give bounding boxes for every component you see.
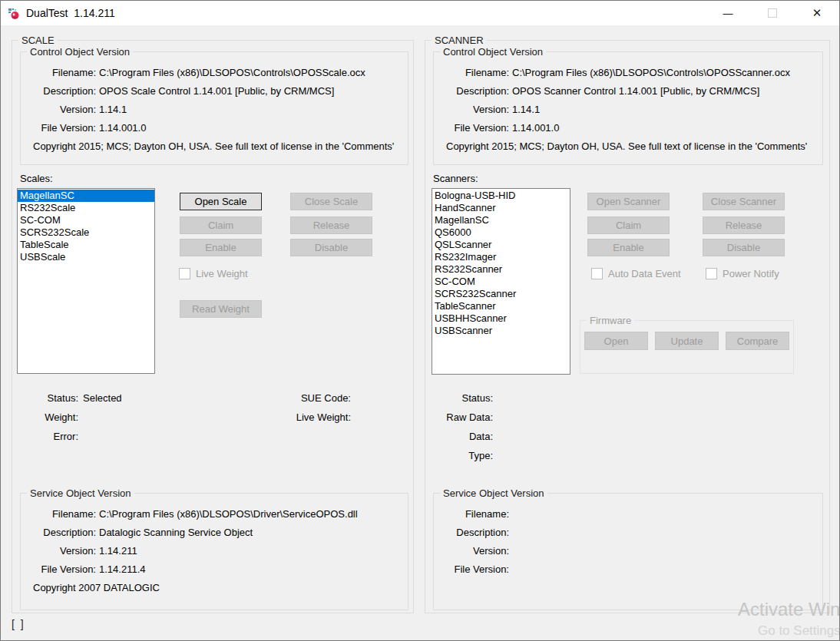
dualtest-window: DualTest 1.14.211 — ✕ SCALE Control Obje… [0, 0, 840, 641]
maximize-icon [768, 8, 777, 18]
close-scale-button[interactable]: Close Scale [290, 193, 372, 210]
read-weight-button[interactable]: Read Weight [180, 300, 262, 318]
disable-scanner-button[interactable]: Disable [703, 239, 785, 256]
scale-status-label: Status: [12, 392, 78, 404]
activate-windows-watermark-line1: Activate Win [738, 599, 840, 620]
description-label: Description: [434, 85, 509, 97]
scanner-cov-version-row: Version: 1.14.1 [434, 100, 822, 118]
scanner-cov-filename-row: Filename: C:\Program Files (x86)\DLSOPOS… [434, 63, 822, 81]
list-item[interactable]: QSLScanner [432, 239, 570, 251]
scale-cov-version-row: Version: 1.14.1 [21, 100, 408, 118]
minimize-icon: — [723, 8, 733, 19]
scale-cov-description-row: Description: OPOS Scale Control 1.14.001… [21, 81, 408, 100]
scanner-group: SCANNER Control Object Version Filename:… [425, 40, 830, 613]
scale-sov-file-version-row: File Version: 1.14.211.4 [21, 560, 408, 578]
scanner-cov-description-row: Description: OPOS Scanner Control 1.14.0… [434, 81, 822, 100]
filename-label: Filename: [434, 67, 509, 78]
list-item[interactable]: SC-COM [432, 276, 570, 288]
open-scale-button[interactable]: Open Scale [180, 193, 262, 210]
scale-cov-copyright: Copyright 2015; MCS; Dayton OH, USA. See… [21, 137, 408, 155]
checkbox-icon [706, 268, 717, 279]
auto-data-event-checkbox[interactable]: Auto Data Event [591, 268, 681, 279]
description-label: Description: [21, 85, 96, 97]
list-item[interactable]: SCRS232Scale [18, 226, 154, 239]
list-item[interactable]: MagellanSC [18, 190, 154, 202]
scanners-listbox[interactable]: Bologna-USB-HIDHandScannerMagellanSCQS60… [432, 188, 570, 375]
scales-listbox[interactable]: MagellanSCRS232ScaleSC-COMSCRS232ScaleTa… [17, 188, 155, 374]
filename-label: Filename: [21, 67, 96, 78]
release-scanner-button[interactable]: Release [703, 216, 785, 234]
list-item[interactable]: RS232Imager [432, 251, 570, 263]
scales-list-label: Scales: [20, 173, 53, 184]
release-scale-button[interactable]: Release [290, 216, 372, 234]
list-item[interactable]: MagellanSC [432, 214, 570, 226]
claim-scanner-button[interactable]: Claim [587, 216, 670, 234]
scanner-status-label: Status: [425, 392, 493, 404]
list-item[interactable]: Bologna-USB-HID [432, 190, 570, 202]
checkbox-icon [179, 268, 190, 279]
list-item[interactable]: USBScanner [432, 325, 570, 337]
sue-code-label: SUE Code: [227, 392, 351, 404]
filename-value: C:\Program Files (x86)\DLSOPOS\Controls\… [99, 67, 365, 78]
live-weight-checkbox-label: Live Weight [196, 268, 248, 279]
open-scanner-button[interactable]: Open Scanner [587, 193, 670, 210]
scanner-sov-copyright [434, 578, 822, 596]
claim-scale-button[interactable]: Claim [180, 216, 262, 234]
close-button[interactable]: ✕ [795, 1, 839, 25]
app-icon [8, 7, 21, 20]
scanner-sov-version-row: Version: [434, 541, 822, 560]
description-label: Description: [21, 527, 96, 538]
scale-sov-copyright: Copyright 2007 DATALOGIC [21, 578, 408, 596]
file-version-label: File Version: [434, 122, 509, 134]
power-notify-checkbox-label: Power Notify [723, 268, 779, 279]
close-scanner-button[interactable]: Close Scanner [703, 193, 785, 210]
firmware-group: Firmware Open Update Compare [580, 320, 794, 374]
power-notify-checkbox[interactable]: Power Notify [706, 268, 779, 279]
version-label: Version: [434, 104, 509, 115]
filename-label: Filename: [21, 508, 96, 520]
firmware-open-button[interactable]: Open [584, 332, 648, 350]
disable-scale-button[interactable]: Disable [290, 239, 372, 256]
description-label: Description: [434, 527, 509, 538]
close-icon: ✕ [812, 6, 822, 20]
live-weight-checkbox[interactable]: Live Weight [179, 268, 248, 279]
raw-data-label: Raw Data: [425, 411, 493, 423]
scale-group-title: SCALE [18, 35, 58, 46]
scanner-cov-copyright: Copyright 2015; MCS; Dayton OH, USA. See… [434, 137, 822, 155]
filename-label: Filename: [434, 508, 509, 520]
list-item[interactable]: TableScale [18, 239, 154, 251]
enable-scale-button[interactable]: Enable [180, 239, 262, 256]
auto-data-event-checkbox-label: Auto Data Event [608, 268, 681, 279]
list-item[interactable]: RS232Scanner [432, 263, 570, 276]
file-version-label: File Version: [434, 563, 509, 575]
scale-sov-description-row: Description: Datalogic Scanning Service … [21, 523, 408, 541]
scale-status-value: Selected [83, 392, 122, 404]
version-value: 1.14.211 [99, 545, 137, 557]
description-value: OPOS Scanner Control 1.14.001 [Public, b… [512, 85, 759, 97]
list-item[interactable]: USBHHScanner [432, 312, 570, 325]
version-value: 1.14.1 [99, 104, 127, 115]
scale-service-object-version-group: Service Object Version Filename: C:\Prog… [20, 493, 408, 610]
file-version-label: File Version: [21, 563, 96, 575]
firmware-update-button[interactable]: Update [655, 332, 719, 350]
list-item[interactable]: TableScanner [432, 300, 570, 312]
list-item[interactable]: USBScale [18, 251, 154, 263]
file-version-label: File Version: [21, 122, 96, 134]
list-item[interactable]: HandScanner [432, 202, 570, 214]
list-item[interactable]: RS232Scale [18, 202, 154, 214]
window-title: DualTest 1.14.211 [26, 7, 115, 19]
list-item[interactable]: SC-COM [18, 214, 154, 226]
data-label: Data: [425, 431, 493, 442]
minimize-button[interactable]: — [706, 1, 750, 25]
firmware-compare-button[interactable]: Compare [726, 332, 789, 350]
maximize-button[interactable] [750, 1, 795, 25]
list-item[interactable]: QS6000 [432, 226, 570, 239]
list-item[interactable]: SCRS232Scanner [432, 288, 570, 300]
filename-value: C:\Program Files (x86)\DLSOPOS\Controls\… [512, 67, 790, 78]
scanner-sov-file-version-row: File Version: [434, 560, 822, 578]
type-label: Type: [425, 450, 493, 461]
description-value: Datalogic Scanning Service Object [99, 527, 253, 538]
version-label: Version: [21, 545, 96, 557]
enable-scanner-button[interactable]: Enable [587, 239, 670, 256]
live-weight-label: Live Weight: [227, 411, 351, 423]
